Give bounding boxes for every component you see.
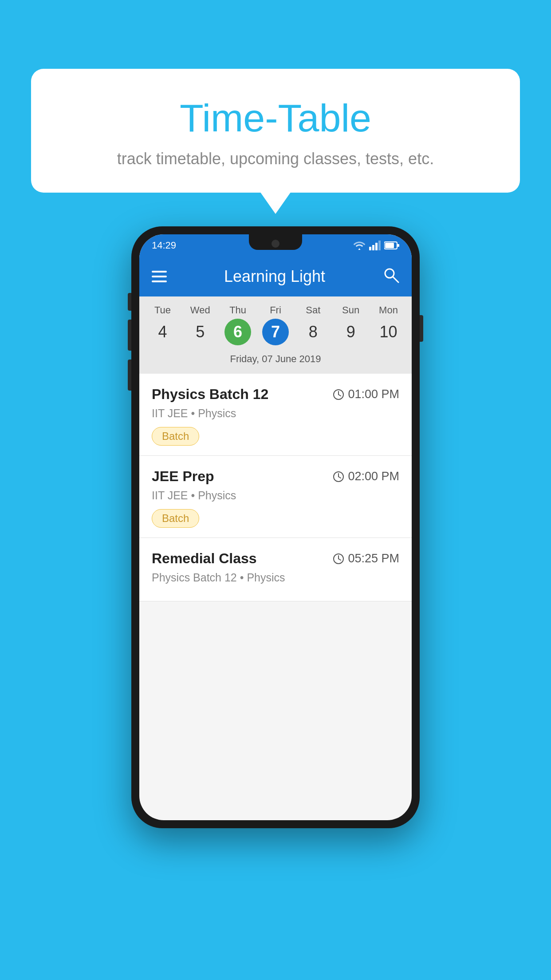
bubble-subtitle: track timetable, upcoming classes, tests… (58, 150, 493, 168)
clock-icon (333, 471, 344, 482)
search-button[interactable] (382, 266, 399, 287)
item-time: 05:25 PM (333, 552, 399, 565)
phone-button-vol-up (128, 320, 131, 351)
day-name: Thu (229, 304, 246, 316)
schedule-list: Physics Batch 1201:00 PMIIT JEE • Physic… (139, 374, 412, 601)
phone-mockup: 14:29 (131, 226, 420, 828)
schedule-item[interactable]: Remedial Class05:25 PMPhysics Batch 12 •… (139, 538, 412, 601)
day-number: 7 (262, 319, 289, 345)
bubble-title: Time-Table (58, 95, 493, 141)
status-icons (353, 241, 399, 250)
day-col-mon[interactable]: Mon10 (370, 304, 406, 345)
app-bar: Learning Light (139, 257, 412, 296)
selected-date-label: Friday, 07 June 2019 (144, 349, 407, 370)
batch-badge: Batch (152, 509, 199, 528)
item-header: JEE Prep02:00 PM (152, 468, 399, 485)
day-col-sun[interactable]: Sun9 (333, 304, 369, 345)
svg-line-11 (338, 395, 341, 396)
signal-icon (369, 241, 381, 250)
phone-frame: 14:29 (131, 226, 420, 828)
wifi-icon (353, 241, 366, 250)
calendar-strip: Tue4Wed5Thu6Fri7Sat8Sun9Mon10 Friday, 07… (139, 296, 412, 374)
day-col-fri[interactable]: Fri7 (258, 304, 293, 345)
clock-icon (333, 553, 344, 565)
phone-notch (249, 234, 302, 250)
day-col-sat[interactable]: Sat8 (295, 304, 331, 345)
day-name: Mon (379, 304, 398, 316)
day-name: Wed (190, 304, 210, 316)
speech-bubble-card: Time-Table track timetable, upcoming cla… (31, 69, 520, 193)
item-subtitle: Physics Batch 12 • Physics (152, 571, 399, 584)
svg-line-17 (338, 559, 341, 560)
svg-rect-6 (398, 244, 399, 247)
phone-screen: 14:29 (139, 234, 412, 820)
svg-line-8 (393, 277, 398, 282)
phone-button-vol-down (128, 360, 131, 391)
day-number: 5 (187, 319, 213, 345)
day-name: Sun (342, 304, 359, 316)
day-number: 6 (224, 319, 251, 345)
phone-camera (272, 240, 279, 248)
day-col-wed[interactable]: Wed5 (182, 304, 218, 345)
phone-button-vol-silent (128, 293, 131, 311)
schedule-item[interactable]: Physics Batch 1201:00 PMIIT JEE • Physic… (139, 374, 412, 456)
svg-rect-2 (375, 243, 378, 250)
day-number: 9 (338, 319, 364, 345)
day-col-tue[interactable]: Tue4 (145, 304, 180, 345)
time-text: 05:25 PM (348, 552, 399, 565)
svg-rect-3 (378, 241, 381, 250)
clock-icon (333, 389, 344, 400)
item-subtitle: IIT JEE • Physics (152, 407, 399, 420)
svg-rect-5 (385, 243, 394, 248)
days-row: Tue4Wed5Thu6Fri7Sat8Sun9Mon10 (144, 304, 407, 345)
day-name: Tue (154, 304, 171, 316)
speech-bubble-section: Time-Table track timetable, upcoming cla… (31, 69, 520, 193)
svg-line-14 (338, 477, 341, 478)
batch-badge: Batch (152, 427, 199, 446)
menu-icon[interactable] (152, 271, 167, 282)
item-time: 01:00 PM (333, 387, 399, 401)
time-text: 02:00 PM (348, 470, 399, 483)
item-header: Remedial Class05:25 PM (152, 550, 399, 567)
item-subtitle: IIT JEE • Physics (152, 489, 399, 502)
day-name: Fri (270, 304, 281, 316)
item-time: 02:00 PM (333, 470, 399, 483)
status-time: 14:29 (152, 240, 176, 251)
schedule-item[interactable]: JEE Prep02:00 PMIIT JEE • PhysicsBatch (139, 456, 412, 538)
svg-rect-0 (369, 247, 371, 250)
item-title: Remedial Class (152, 550, 257, 567)
day-name: Sat (306, 304, 320, 316)
day-number: 8 (300, 319, 327, 345)
day-number: 10 (375, 319, 401, 345)
item-header: Physics Batch 1201:00 PM (152, 386, 399, 403)
item-title: JEE Prep (152, 468, 214, 485)
phone-button-power (420, 315, 423, 342)
battery-icon (384, 241, 399, 250)
day-col-thu[interactable]: Thu6 (220, 304, 256, 345)
day-number: 4 (149, 319, 176, 345)
item-title: Physics Batch 12 (152, 386, 268, 403)
time-text: 01:00 PM (348, 387, 399, 401)
app-title: Learning Light (224, 267, 325, 286)
svg-rect-1 (372, 245, 374, 250)
